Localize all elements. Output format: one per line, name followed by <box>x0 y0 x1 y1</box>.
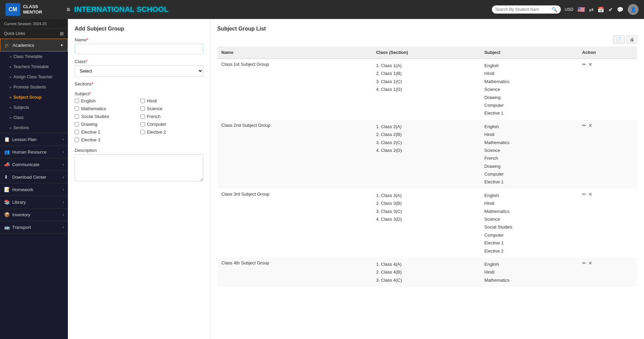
homework-icon: 📝 <box>4 187 10 192</box>
row-name: Class 1st Subject Group <box>217 59 372 120</box>
sidebar-item-lesson-plan[interactable]: 📋 Lesson Plan ‹ <box>0 133 68 145</box>
row-name: Class 4th Subject Group <box>217 258 372 287</box>
row-classes: 1. Class 4(A)2. Class 4(B)3. Class 4(C) <box>372 258 480 287</box>
transfer-icon[interactable]: ⇄ <box>589 6 593 13</box>
sidebar-item-homework[interactable]: 📝 Homework ‹ <box>0 183 68 196</box>
academics-chevron: ▼ <box>60 43 63 47</box>
subject-checkbox-science: Science <box>141 105 204 112</box>
logo-letters: CM <box>9 6 17 13</box>
description-textarea[interactable] <box>75 154 203 181</box>
subject-checkbox-drawing: Drawing <box>75 121 138 127</box>
quick-links-label: Quick Links <box>4 31 25 36</box>
add-form-title: Add Subject Group <box>75 26 203 32</box>
row-subjects: EnglishHindiMathematicsScienceDrawingCom… <box>480 59 578 120</box>
delete-button[interactable]: ✕ <box>588 192 592 197</box>
avatar[interactable]: 👤 <box>628 4 639 15</box>
sidebar-item-subjects[interactable]: » Subjects <box>0 102 68 113</box>
subject-check-elective-1[interactable] <box>75 130 79 134</box>
sidebar-item-class-timetable[interactable]: » Class Timetable <box>0 52 68 62</box>
subject-check-hindi[interactable] <box>141 99 145 103</box>
subject-check-social-studies[interactable] <box>75 114 79 119</box>
transport-section: 🚌 Transport ‹ <box>0 221 68 234</box>
subject-checkbox-french: French <box>141 113 204 120</box>
flag-icon: 🇺🇸 <box>577 6 585 13</box>
communicate-chevron: ‹ <box>63 163 64 166</box>
lesson-plan-chevron: ‹ <box>63 138 64 141</box>
hamburger-button[interactable]: ≡ <box>67 6 70 13</box>
delete-button[interactable]: ✕ <box>588 62 592 67</box>
search-icon[interactable]: 🔍 <box>552 7 557 12</box>
inventory-section: 📦 Inventory ‹ <box>0 208 68 221</box>
main-layout: Current Session: 2024-25 Quick Links ⊞ 🎓… <box>0 19 644 339</box>
sidebar-item-class[interactable]: » Class <box>0 113 68 123</box>
library-icon: 📚 <box>4 199 10 205</box>
quick-links-grid-icon[interactable]: ⊞ <box>60 31 64 36</box>
subject-check-science[interactable] <box>141 106 145 111</box>
check-icon[interactable]: ✔ <box>608 6 613 13</box>
col-name: Name <box>217 46 372 59</box>
table-row: Class 2nd Subject Group1. Class 2(A)2. C… <box>217 120 637 189</box>
sidebar-item-academics[interactable]: 🎓 Academics ▼ <box>0 39 68 52</box>
quick-links-bar: Quick Links ⊞ <box>0 29 68 39</box>
calendar-icon[interactable]: 📅 <box>597 6 604 13</box>
human-resource-section: 👥 Human Resource ‹ <box>0 146 68 158</box>
print-button[interactable]: 🖨 <box>627 35 637 44</box>
subject-checkbox-english: English <box>75 98 138 104</box>
sidebar-item-communicate[interactable]: 📣 Communicate ‹ <box>0 158 68 171</box>
sidebar-item-download-center[interactable]: ⬇ Download Center ‹ <box>0 171 68 183</box>
action-buttons: ✏✕ <box>582 62 633 67</box>
sidebar-item-transport[interactable]: 🚌 Transport ‹ <box>0 221 68 233</box>
list-title: Subject Group List <box>217 26 637 32</box>
action-buttons: ✏✕ <box>582 192 633 197</box>
homework-section: 📝 Homework ‹ <box>0 183 68 196</box>
row-subjects: EnglishHindiMathematics <box>480 258 578 287</box>
delete-button[interactable]: ✕ <box>588 260 592 266</box>
logo-text: CLASSMENTOR <box>23 4 42 15</box>
school-title: INTERNATIONAL SCHOOL <box>74 5 492 14</box>
lesson-plan-section: 📋 Lesson Plan ‹ <box>0 133 68 146</box>
academics-section: 🎓 Academics ▼ » Class Timetable » Teache… <box>0 39 68 133</box>
sidebar-item-sections[interactable]: » Sections <box>0 123 68 133</box>
subject-check-elective-2[interactable] <box>141 130 145 134</box>
subject-check-mathematics[interactable] <box>75 106 79 111</box>
lesson-plan-icon: 📋 <box>4 137 10 142</box>
add-subject-group-panel: Add Subject Group Name* Class* Select <box>68 19 210 339</box>
download-center-section: ⬇ Download Center ‹ <box>0 171 68 183</box>
sections-group: Sections* <box>75 81 203 86</box>
academics-label: Academics <box>13 43 57 48</box>
content-area: Add Subject Group Name* Class* Select <box>68 19 644 339</box>
subject-check-elective-3[interactable] <box>75 138 79 142</box>
whatsapp-icon[interactable]: 💬 <box>617 6 624 13</box>
edit-button[interactable]: ✏ <box>582 62 586 67</box>
edit-button[interactable]: ✏ <box>582 192 586 197</box>
edit-button[interactable]: ✏ <box>582 260 586 266</box>
subject-check-computer[interactable] <box>141 122 145 126</box>
edit-button[interactable]: ✏ <box>582 123 586 128</box>
search-input[interactable] <box>495 7 550 12</box>
subject-label: Subject* <box>75 91 203 96</box>
sidebar-item-promote-students[interactable]: » Promote Students <box>0 82 68 92</box>
sidebar-item-teachers-timetable[interactable]: » Teachers Timetable <box>0 62 68 72</box>
library-chevron: ‹ <box>63 200 64 204</box>
session-label: Current Session: 2024-25 <box>0 19 68 29</box>
sidebar-item-assign-class-teacher[interactable]: » Assign Class Teacher <box>0 72 68 82</box>
subject-check-french[interactable] <box>141 114 145 119</box>
class-select[interactable]: Select <box>75 65 203 77</box>
delete-button[interactable]: ✕ <box>588 123 592 128</box>
export-button[interactable]: 📄 <box>613 35 625 44</box>
sidebar-item-inventory[interactable]: 📦 Inventory ‹ <box>0 208 68 221</box>
sidebar-item-human-resource[interactable]: 👥 Human Resource ‹ <box>0 146 68 158</box>
name-input[interactable] <box>75 44 203 54</box>
homework-chevron: ‹ <box>63 188 64 192</box>
subject-check-drawing[interactable] <box>75 122 79 126</box>
row-classes: 1. Class 1(A)2. Class 1(B)3. Class 1(C)4… <box>372 59 480 120</box>
class-label: Class* <box>75 59 203 64</box>
class-group: Class* Select <box>75 59 203 77</box>
subject-checkbox-computer: Computer <box>141 121 204 127</box>
download-center-chevron: ‹ <box>63 175 64 179</box>
sidebar-item-library[interactable]: 📚 Library ‹ <box>0 196 68 208</box>
subject-checkbox-elective-3: Elective 3 <box>75 137 138 143</box>
subject-check-english[interactable] <box>75 99 79 103</box>
sidebar-item-subject-group[interactable]: » Subject Group <box>0 92 68 102</box>
subject-checkbox-hindi: Hindi <box>141 98 204 104</box>
